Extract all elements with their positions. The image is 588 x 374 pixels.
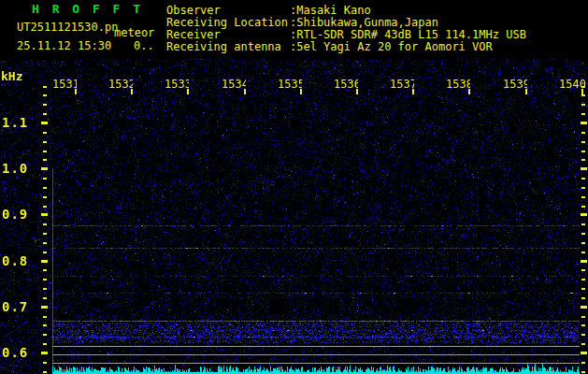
axis-tick — [581, 196, 585, 198]
axis-tick — [581, 252, 585, 253]
axis-tick — [581, 187, 585, 189]
axis-tick — [43, 334, 47, 336]
axis-tick — [43, 233, 47, 235]
axis-tick — [43, 242, 47, 244]
info-value: :RTL-SDR SDR# 43dB L15 114.1MHz USB — [290, 28, 526, 41]
x-axis-tick-label: 1534 — [222, 78, 246, 90]
axis-tick — [581, 151, 585, 152]
axis-tick — [41, 306, 48, 309]
y-axis-tick-label: 0.7 — [2, 299, 28, 314]
axis-tick — [581, 159, 585, 161]
axis-tick — [43, 113, 47, 115]
axis-tick — [41, 352, 48, 354]
x-axis-tick-label: 1533 — [165, 78, 189, 90]
axis-tick — [581, 178, 585, 180]
axis-tick — [43, 159, 47, 161]
info-value: :Shibukawa,Gunma,Japan — [290, 16, 438, 29]
axis-tick — [581, 352, 587, 354]
axis-tick — [581, 288, 585, 290]
axis-tick — [43, 316, 47, 318]
axis-tick — [43, 86, 47, 88]
axis-tick — [43, 196, 47, 198]
x-axis-tick-label: 1531 — [52, 78, 77, 90]
axis-tick — [525, 89, 527, 94]
axis-tick — [581, 86, 585, 88]
x-axis-tick-label: 1539 — [503, 78, 527, 90]
axis-tick — [43, 343, 47, 345]
axis-tick — [43, 324, 47, 326]
axis-tick — [581, 306, 587, 309]
axis-tick — [43, 362, 47, 364]
info-value: :5el Yagi Az 20 for Aomori VOR — [290, 40, 493, 53]
axis-tick — [43, 178, 47, 180]
axis-tick — [581, 132, 585, 134]
axis-tick — [131, 89, 133, 94]
info-label: Receiving antenna — [166, 40, 281, 53]
info-label: Receiving Location — [166, 16, 288, 29]
axis-tick — [581, 260, 587, 263]
x-axis-tick-label: 1537 — [390, 78, 414, 90]
y-axis-tick-label: 0.9 — [2, 207, 28, 222]
x-axis-tick-label: 1538 — [446, 78, 470, 90]
app-title: H R O F F T — [32, 3, 143, 16]
axis-tick — [468, 89, 470, 94]
info-label: Receiver — [166, 28, 221, 41]
axis-tick — [43, 269, 47, 271]
axis-tick — [43, 187, 47, 189]
info-label: Observer — [166, 4, 221, 17]
axis-tick — [581, 213, 587, 216]
axis-tick — [43, 206, 47, 208]
axis-tick — [41, 260, 48, 263]
y-axis-tick-label: 1.0 — [2, 161, 28, 176]
axis-tick — [43, 223, 47, 225]
axis-tick — [412, 89, 414, 94]
info-value: :Masaki Kano — [290, 4, 371, 17]
axis-tick — [581, 206, 585, 208]
datetime: 25.11.12 15:30 — [17, 40, 111, 52]
x-axis-tick-label: 1536 — [334, 78, 358, 90]
axis-tick — [75, 89, 77, 94]
axis-tick — [187, 89, 189, 94]
y-axis-tick-label: 0.8 — [2, 253, 28, 268]
axis-tick — [43, 141, 47, 143]
axis-tick — [581, 223, 585, 225]
axis-tick — [581, 167, 587, 170]
spectrogram-canvas — [0, 59, 588, 374]
axis-tick — [581, 343, 585, 345]
axis-tick — [581, 113, 585, 115]
axis-tick — [581, 279, 585, 280]
axis-tick — [43, 279, 47, 280]
axis-tick — [43, 297, 47, 299]
axis-tick — [41, 213, 48, 216]
axis-tick — [581, 94, 585, 96]
axis-tick — [356, 89, 358, 94]
axis-tick — [581, 104, 585, 106]
axis-tick — [41, 167, 48, 170]
y-axis-unit-label: kHz — [1, 70, 22, 83]
axis-tick — [244, 89, 246, 94]
axis-tick — [581, 334, 585, 336]
axis-tick — [581, 269, 585, 271]
axis-tick — [581, 362, 585, 364]
axis-tick — [581, 242, 585, 244]
y-axis-tick-label: 0.6 — [2, 345, 28, 360]
x-axis-tick-label: 1540 — [559, 78, 588, 90]
x-axis-tick-label: 1535 — [278, 78, 302, 90]
axis-tick — [581, 297, 585, 299]
axis-tick — [43, 151, 47, 152]
axis-tick — [41, 122, 48, 124]
axis-tick — [43, 252, 47, 253]
axis-tick — [300, 89, 302, 94]
hrofft-window: H R O F F T UT2511121530.pn meteor 25.11… — [0, 0, 588, 374]
axis-tick — [581, 141, 585, 143]
y-axis-tick-label: 1.1 — [2, 115, 28, 130]
axis-tick — [581, 371, 585, 373]
axis-tick — [43, 371, 47, 373]
axis-tick — [581, 324, 585, 326]
observation-name: meteor — [114, 27, 154, 39]
axis-tick — [43, 288, 47, 290]
progress-indicator: 0.. — [134, 40, 154, 52]
axis-tick — [43, 94, 47, 96]
axis-tick — [43, 132, 47, 134]
axis-tick — [581, 122, 587, 124]
